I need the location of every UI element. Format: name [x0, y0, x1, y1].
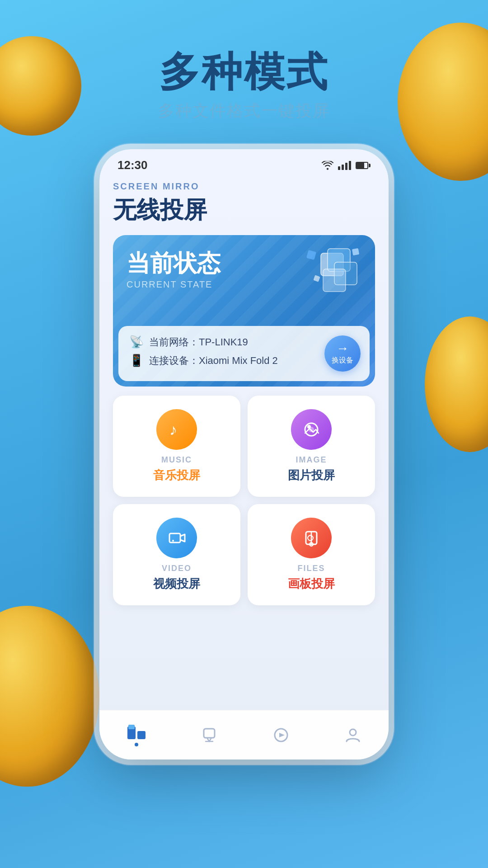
nav-item-home[interactable]	[127, 724, 146, 746]
page-header: 多种模式 多种文件格式一键投屏	[0, 50, 488, 122]
video-icon	[166, 527, 188, 549]
svg-rect-17	[137, 731, 145, 739]
nav-item-cast[interactable]	[200, 727, 218, 743]
svg-point-22	[350, 729, 356, 736]
switch-btn-label: 换设备	[332, 356, 353, 365]
image-label-cn: 图片投屏	[288, 467, 335, 483]
image-icon	[300, 419, 322, 440]
signal-icon	[338, 161, 351, 170]
app-content: SCREEN MIRRO 无线投屏 当前状态 CURRENT STATE	[99, 181, 389, 605]
page-title-sub: 多种文件格式一键投屏	[0, 100, 488, 122]
files-label-cn: 画板投屏	[288, 576, 335, 592]
deco-torus-bottom-left	[0, 606, 99, 787]
network-panel: 📡 当前网络：TP-LINK19 📱 连接设备：Xiaomi Mix Fold …	[118, 326, 370, 381]
nav-profile-icon	[344, 727, 362, 743]
state-card-top: 当前状态 CURRENT STATE	[113, 235, 375, 326]
svg-rect-19	[204, 729, 215, 738]
nav-active-dot	[135, 743, 138, 746]
music-icon-wrap: ♪	[156, 409, 197, 450]
state-card: 当前状态 CURRENT STATE	[113, 235, 375, 387]
app-title: 无线投屏	[113, 194, 375, 226]
app-subtitle: SCREEN MIRRO	[113, 181, 375, 192]
music-icon: ♪	[166, 419, 188, 440]
music-label-cn: 音乐投屏	[153, 467, 200, 483]
svg-point-15	[310, 542, 313, 546]
svg-rect-18	[128, 725, 135, 729]
svg-point-12	[172, 540, 174, 542]
nav-item-profile[interactable]	[344, 727, 362, 743]
nav-item-video[interactable]	[272, 727, 290, 743]
svg-point-10	[307, 425, 311, 429]
switch-arrow-icon: →	[336, 342, 349, 355]
feature-card-files[interactable]: FILES 画板投屏	[248, 504, 375, 605]
video-label-en: VIDEO	[162, 564, 192, 573]
feature-card-music[interactable]: ♪ MUSIC 音乐投屏	[113, 396, 240, 497]
feature-grid: ♪ MUSIC 音乐投屏 IMAGE 图片投屏	[113, 396, 375, 605]
device-icon: 📱	[129, 354, 144, 368]
battery-icon	[356, 162, 371, 169]
svg-rect-11	[169, 533, 180, 542]
nav-home-icon	[127, 724, 146, 740]
cube-decoration	[294, 240, 366, 312]
files-label-en: FILES	[297, 564, 325, 573]
deco-torus-right-mid	[425, 316, 488, 452]
feature-card-image[interactable]: IMAGE 图片投屏	[248, 396, 375, 497]
network-label: 当前网络：TP-LINK19	[149, 335, 248, 349]
feature-card-video[interactable]: VIDEO 视频投屏	[113, 504, 240, 605]
page-title-main: 多种模式	[0, 50, 488, 94]
wifi-icon	[322, 161, 333, 170]
device-label: 连接设备：Xiaomi Mix Fold 2	[149, 354, 278, 368]
image-icon-wrap	[291, 409, 332, 450]
nav-video-icon	[272, 727, 290, 743]
svg-text:♪: ♪	[169, 421, 177, 438]
bottom-nav	[99, 710, 389, 760]
status-icons	[322, 161, 371, 170]
phone-mockup: 12:30 SCREEN MIRRO 无线投屏	[99, 149, 389, 760]
network-row: 📡 当前网络：TP-LINK19	[129, 335, 359, 349]
network-icon: 📡	[129, 335, 144, 349]
svg-rect-5	[352, 248, 359, 255]
svg-rect-4	[306, 250, 316, 260]
nav-cast-icon	[200, 727, 218, 743]
files-icon-wrap	[291, 518, 332, 558]
status-bar: 12:30	[99, 149, 389, 177]
video-icon-wrap	[156, 518, 197, 558]
switch-device-button[interactable]: → 换设备	[324, 335, 361, 372]
files-icon	[300, 527, 322, 549]
video-label-cn: 视频投屏	[153, 576, 200, 592]
svg-rect-6	[313, 275, 320, 282]
svg-rect-3	[323, 269, 346, 292]
status-time: 12:30	[117, 158, 148, 172]
image-label-en: IMAGE	[296, 455, 327, 465]
music-label-en: MUSIC	[161, 455, 192, 465]
